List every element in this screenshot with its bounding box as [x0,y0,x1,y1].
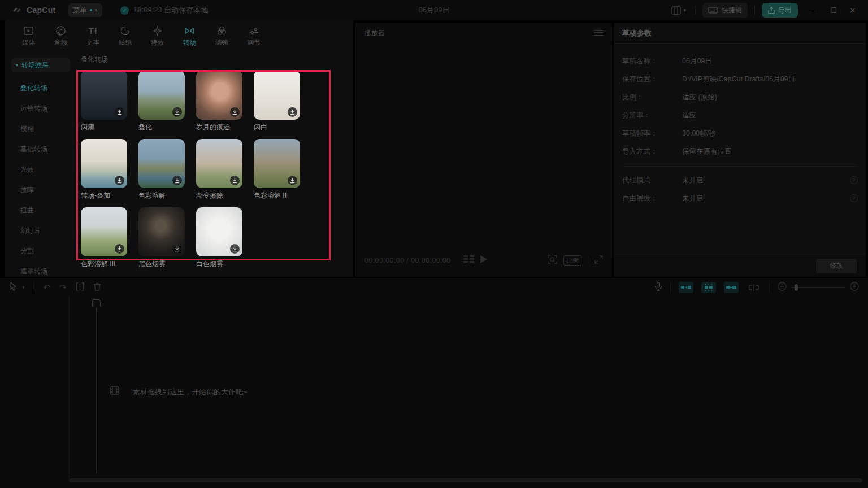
linkage-toggle[interactable] [724,282,739,293]
redo-button[interactable]: ↷ [59,282,67,293]
app-logo: CapCut [12,6,56,15]
transition-item[interactable]: 闪黑 [81,71,127,132]
transition-icon [184,25,195,36]
transition-thumbnail[interactable] [254,71,300,120]
transition-thumbnail[interactable] [138,207,185,256]
fit-preview-icon[interactable] [548,255,557,267]
tab-audio[interactable]: 音频 [45,20,77,49]
section-title: 叠化转场 [81,55,353,64]
timeline-zoom-slider[interactable] [791,287,845,288]
transition-name: 闪白 [254,123,300,132]
preview-quality-icon[interactable] [463,255,475,265]
sidebar-root-transition-effects[interactable]: ▾ 转场效果 [11,58,70,72]
horizontal-scrollbar[interactable] [69,478,862,482]
transition-thumbnail[interactable] [81,207,127,256]
maximize-button[interactable]: ☐ [826,3,841,18]
category-item[interactable]: 故障 [5,180,75,200]
transition-thumbnail[interactable] [81,71,127,120]
download-icon[interactable] [115,244,124,254]
menu-button[interactable]: 菜单 ▾ [68,3,103,17]
export-button[interactable]: 导出 [762,3,798,18]
main-track-magnet-toggle[interactable] [679,282,693,293]
tab-transition[interactable]: 转场 [173,20,206,49]
zoom-out-icon[interactable] [778,282,787,293]
zoom-slider-handle[interactable] [795,284,798,291]
timecode: 00:00:00:00 / 00:00:00:00 [364,256,451,264]
media-icon [23,25,34,36]
select-tool-button[interactable] [9,282,18,293]
download-icon[interactable] [115,176,124,185]
download-icon[interactable] [288,176,297,185]
category-item[interactable]: 叠化转场 [5,78,75,98]
category-item[interactable]: 分割 [5,241,75,261]
transition-thumbnail[interactable] [254,139,300,188]
audio-icon [55,25,66,36]
minimize-button[interactable]: — [807,3,822,18]
download-icon[interactable] [115,107,124,117]
transition-thumbnail[interactable] [196,139,242,188]
download-icon[interactable] [172,244,182,254]
category-item[interactable]: 幻灯片 [5,220,75,241]
tab-filter[interactable]: 滤镜 [206,20,238,49]
category-item[interactable]: 基础转场 [5,139,75,159]
transition-item[interactable]: 转场-叠加 [81,139,127,201]
ratio-button[interactable]: 比例 [563,255,581,266]
delete-button[interactable] [93,282,101,293]
param-label: 草稿名称： [622,56,682,66]
undo-button[interactable]: ↶ [44,282,51,293]
layout-switch-button[interactable]: ▾ [669,4,688,17]
player-panel: 播放器 00:00:00:00 / 00:00:00:00 比例 [355,23,612,277]
preview-axis-toggle[interactable] [747,282,761,293]
player-menu-icon[interactable] [594,30,603,36]
split-button[interactable] [76,282,84,293]
modify-button[interactable]: 修改 [816,259,857,273]
record-voiceover-button[interactable] [654,282,662,294]
help-icon[interactable]: ? [850,194,858,202]
category-item[interactable]: 扭曲 [5,200,75,220]
auto-snap-toggle[interactable] [701,282,716,293]
category-item[interactable]: 遮罩转场 [5,261,75,277]
close-button[interactable]: ✕ [845,3,860,18]
transition-item[interactable]: 色彩溶解 III [81,207,127,269]
download-icon[interactable] [230,176,240,185]
transition-item[interactable]: 白色烟雾 [196,207,242,269]
transition-thumbnail[interactable] [81,139,127,188]
tab-text[interactable]: TI文本 [77,20,109,49]
tab-label: 转场 [183,38,197,47]
tab-adjust[interactable]: 调节 [238,20,270,49]
zoom-in-icon[interactable] [850,282,859,293]
shortcuts-button[interactable]: 快捷键 [702,3,748,18]
tab-media[interactable]: 媒体 [12,20,45,49]
category-item[interactable]: 模糊 [5,119,75,139]
player-title: 播放器 [364,28,385,38]
help-icon[interactable]: ? [850,176,858,184]
transition-item[interactable]: 色彩溶解 II [254,139,300,201]
download-icon[interactable] [172,176,182,185]
transition-thumbnail[interactable] [196,207,242,256]
transition-item[interactable]: 黑色烟雾 [138,207,185,269]
category-item[interactable]: 光效 [5,159,75,180]
transition-thumbnail[interactable] [196,71,242,120]
transition-item[interactable]: 闪白 [254,71,300,132]
category-item[interactable]: 运镜转场 [5,98,75,119]
transition-item[interactable]: 叠化 [138,71,185,132]
transition-item[interactable]: 色彩溶解 [138,139,185,201]
transition-item[interactable]: 渐变擦除 [196,139,242,201]
fullscreen-icon[interactable] [594,255,603,266]
transition-item[interactable]: 岁月的痕迹 [196,71,242,132]
download-icon[interactable] [288,107,297,117]
tab-sticker[interactable]: 贴纸 [109,20,141,49]
autosave-text: 18:09:23 自动保存本地 [133,5,208,15]
transition-name: 色彩溶解 III [81,259,127,269]
play-button[interactable] [480,255,488,266]
download-icon[interactable] [230,107,240,117]
chevron-down-icon[interactable]: ▾ [22,285,25,290]
download-icon[interactable] [172,107,182,117]
download-icon[interactable] [230,244,240,254]
tab-effects[interactable]: 特效 [141,20,173,49]
transition-thumbnail[interactable] [138,71,185,120]
transition-thumbnail[interactable] [138,139,185,188]
sidebar-root-label: 转场效果 [21,60,49,70]
divider [769,283,770,292]
transition-name: 黑色烟雾 [138,259,185,269]
